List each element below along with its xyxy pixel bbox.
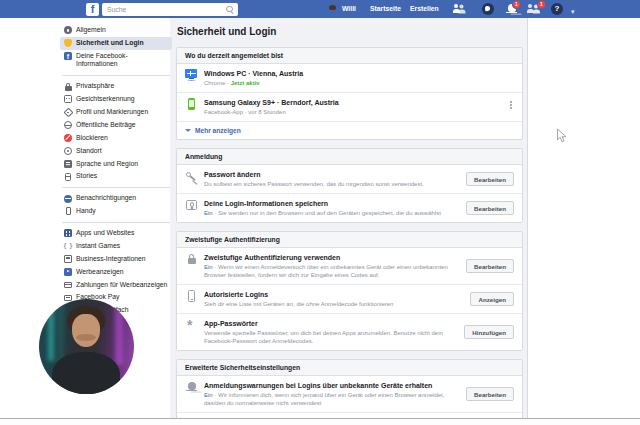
card-header: Wo du derzeit angemeldet bist	[177, 48, 522, 64]
row-title: Anmeldungswarnungen bei Logins über unbe…	[204, 381, 460, 390]
bearbeiten-button[interactable]: Bearbeiten	[466, 201, 514, 215]
sidebar-item-label: Blockieren	[76, 134, 108, 143]
device-row: Samsung Galaxy S9+ · Berndorf, AustriaFa…	[177, 92, 522, 121]
sidebar-item-sicherheit-und-login[interactable]: Sicherheit und Login	[60, 37, 172, 50]
notifications-badge: 1	[512, 0, 521, 9]
block-icon	[64, 134, 72, 142]
messenger-icon[interactable]	[482, 3, 494, 15]
row-text: App-PasswörterVerwende spezielle Passwör…	[204, 319, 464, 345]
facebook-icon	[64, 52, 72, 60]
sidebar-item-blockieren[interactable]: Blockieren	[60, 132, 172, 145]
setting-row: Autorisierte LoginsSieh dir eine Liste m…	[177, 284, 522, 313]
sidebar: AllgemeinSicherheit und LoginDeine Faceb…	[60, 24, 172, 330]
sidebar-item-label: Privatsphäre	[76, 82, 114, 91]
row-title: Autorisierte Logins	[204, 290, 464, 299]
phone-green-icon	[185, 98, 198, 110]
sidebar-divider	[62, 222, 170, 223]
bottom-strip	[0, 418, 640, 425]
row-subtext: Facebook-App · vor 8 Stunden	[204, 108, 504, 116]
setting-row: Deine Login-Informationen speichernEin ·…	[177, 193, 522, 222]
top-navbar: f Suche Willi Startseite Erstellen 1 1	[0, 0, 640, 18]
search-icon[interactable]	[226, 6, 234, 14]
search-input[interactable]: Suche	[102, 3, 238, 16]
groups-icon[interactable]: 1	[527, 3, 542, 15]
sidebar-item-werbeanzeigen[interactable]: Werbeanzeigen	[60, 266, 172, 279]
chevron-down-icon	[185, 129, 191, 132]
sidebar-item-label: Handy	[76, 207, 96, 216]
row-text: Autorisierte LoginsSieh dir eine Liste m…	[204, 290, 470, 308]
account-menu-caret-icon[interactable]	[571, 0, 575, 18]
friend-requests-icon[interactable]	[452, 3, 466, 15]
sidebar-item-instant-games[interactable]: Instant Games	[60, 240, 172, 253]
bearbeiten-button[interactable]: Bearbeiten	[466, 387, 514, 401]
key-icon	[185, 170, 198, 182]
row-subtext-body: · Wenn wir einen Anmeldeversuch über ein…	[204, 264, 448, 278]
sidebar-item-zahlungen-fur-werbeanzeigen[interactable]: Zahlungen für Werbeanzeigen	[60, 278, 172, 291]
sidebar-item-label: Instant Games	[76, 242, 120, 251]
sidebar-item-label: Sprache und Region	[76, 160, 138, 169]
face-icon	[64, 95, 72, 103]
row-title: Samsung Galaxy S9+ · Berndorf, Austria	[204, 98, 504, 107]
sidebar-item-apps-und-websites[interactable]: Apps und Websites	[60, 227, 172, 240]
active-now-label: Jetzt aktiv	[231, 80, 260, 86]
create-link[interactable]: Erstellen	[410, 0, 439, 18]
row-subtext: Du solltest ein sicheres Passwort verwen…	[204, 180, 460, 188]
profile-link[interactable]: Willi	[342, 0, 356, 18]
bearbeiten-button[interactable]: Bearbeiten	[466, 172, 514, 186]
asterisk-icon	[185, 319, 198, 331]
row-title: Zweistufige Authentifizierung verwenden	[204, 253, 460, 262]
search-placeholder: Suche	[107, 3, 126, 16]
row-title: Deine Login-Informationen speichern	[204, 199, 460, 208]
sidebar-item-label: Werbeanzeigen	[76, 268, 124, 277]
row-subtext-body: · Wir informieren dich, wenn sich jemand…	[204, 392, 444, 406]
desktop-icon	[185, 69, 198, 81]
sidebar-item-gesichtserkennung[interactable]: Gesichtserkennung	[60, 93, 172, 106]
gear-icon	[64, 26, 72, 34]
settings-main: Sicherheit und Login Wo du derzeit angem…	[176, 24, 523, 425]
page-title: Sicherheit und Login	[177, 26, 523, 37]
sidebar-item-handy[interactable]: Handy	[60, 205, 172, 218]
sidebar-item-label: Stories	[76, 172, 97, 181]
setting-row: Anmeldungswarnungen bei Logins über unbe…	[177, 376, 522, 412]
settings-cards: Wo du derzeit angemeldet bistWindows PC …	[176, 47, 523, 425]
apps-icon	[64, 229, 72, 237]
row-text: Zweistufige Authentifizierung verwendenE…	[204, 253, 466, 279]
anzeigen-button[interactable]: Anzeigen	[470, 292, 514, 306]
home-link[interactable]: Startseite	[370, 0, 401, 18]
sidebar-item-label: Gesichtserkennung	[76, 95, 135, 104]
language-icon	[64, 160, 72, 168]
hinzufugen-button[interactable]: Hinzufügen	[464, 325, 514, 339]
profile-avatar[interactable]	[326, 3, 339, 16]
bearbeiten-button[interactable]: Bearbeiten	[466, 259, 514, 273]
sidebar-item-stories[interactable]: Stories	[60, 170, 172, 183]
sidebar-item-allgemein[interactable]: Allgemein	[60, 24, 172, 37]
sidebar-item-profil-und-markierungen[interactable]: Profil und Markierungen	[60, 106, 172, 119]
location-icon	[64, 147, 72, 155]
row-subtext: Ein · Sie werden nur in den Browsern und…	[204, 209, 460, 217]
sidebar-item-label: Standort	[76, 147, 102, 156]
facebook-logo[interactable]: f	[86, 3, 99, 16]
sidebar-divider	[62, 187, 170, 188]
row-subtext-body: · Sie werden nur in den Browsern und auf…	[214, 210, 440, 216]
settings-card: AnmeldungPasswort ändernDu solltest ein …	[176, 148, 523, 223]
show-more-link[interactable]: Mehr anzeigen	[177, 121, 522, 139]
notifications-icon	[64, 195, 72, 203]
row-subtext: Verwende spezielle Passwörter, um dich b…	[204, 329, 458, 345]
sidebar-item-deine-facebook-informationen[interactable]: Deine Facebook-Informationen	[60, 50, 172, 71]
row-state: Ein	[204, 264, 214, 270]
sidebar-item-sprache-und-region[interactable]: Sprache und Region	[60, 157, 172, 170]
row-subtext: Ein · Wir informieren dich, wenn sich je…	[204, 391, 460, 407]
row-subtext-body: Du solltest ein sicheres Passwort verwen…	[204, 181, 424, 187]
notifications-icon[interactable]: 1	[506, 3, 517, 15]
sidebar-item-standort[interactable]: Standort	[60, 145, 172, 158]
kebab-menu-icon[interactable]	[510, 101, 512, 103]
sidebar-item-offentliche-beitrage[interactable]: Öffentliche Beiträge	[60, 119, 172, 132]
row-subtext: Ein · Wenn wir einen Anmeldeversuch über…	[204, 263, 460, 279]
row-subtext-body: Facebook-App · vor 8 Stunden	[204, 109, 286, 115]
globe-icon	[64, 121, 72, 129]
sidebar-item-privatsphare[interactable]: Privatsphäre	[60, 80, 172, 93]
sidebar-item-benachrichtigungen[interactable]: Benachrichtigungen	[60, 192, 172, 205]
help-icon[interactable]	[551, 3, 563, 15]
sidebar-item-business-integrationen[interactable]: Business-Integrationen	[60, 253, 172, 266]
id-card-icon	[185, 199, 198, 211]
